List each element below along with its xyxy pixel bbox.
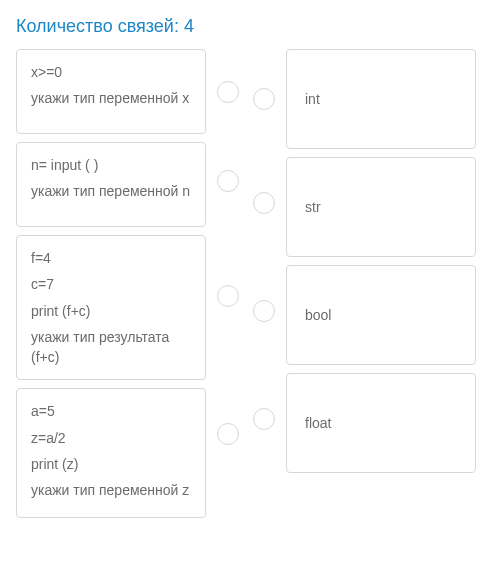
left-card-2[interactable]: n= input ( ) укажи тип переменной n: [16, 142, 206, 227]
card-line: z=a/2: [31, 428, 191, 448]
right-connectors: [250, 49, 278, 518]
left-card-1[interactable]: x>=0 укажи тип переменной x: [16, 49, 206, 134]
connector-left-1[interactable]: [217, 81, 239, 103]
connector-left-4[interactable]: [217, 423, 239, 445]
card-line: укажи тип переменной z: [31, 480, 191, 500]
card-label: int: [305, 89, 320, 109]
connector-left-3[interactable]: [217, 285, 239, 307]
left-card-3[interactable]: f=4 c=7 print (f+c) укажи тип результата…: [16, 235, 206, 380]
connector-left-2[interactable]: [217, 170, 239, 192]
connector-right-4[interactable]: [253, 408, 275, 430]
right-card-4[interactable]: float: [286, 373, 476, 473]
card-label: str: [305, 197, 321, 217]
card-label: float: [305, 413, 331, 433]
card-label: bool: [305, 305, 331, 325]
card-line: f=4: [31, 248, 191, 268]
right-card-2[interactable]: str: [286, 157, 476, 257]
connector-right-1[interactable]: [253, 88, 275, 110]
left-card-4[interactable]: a=5 z=a/2 print (z) укажи тип переменной…: [16, 388, 206, 518]
left-connectors: [214, 49, 242, 518]
card-line: a=5: [31, 401, 191, 421]
card-line: укажи тип переменной x: [31, 88, 191, 108]
right-column: int str bool float: [286, 49, 476, 518]
left-column: x>=0 укажи тип переменной x n= input ( )…: [16, 49, 206, 518]
card-line: c=7: [31, 274, 191, 294]
right-card-1[interactable]: int: [286, 49, 476, 149]
right-card-3[interactable]: bool: [286, 265, 476, 365]
connector-right-2[interactable]: [253, 192, 275, 214]
card-line: укажи тип результата (f+c): [31, 327, 191, 368]
card-line: укажи тип переменной n: [31, 181, 191, 201]
card-line: print (z): [31, 454, 191, 474]
connector-right-3[interactable]: [253, 300, 275, 322]
connections-title: Количество связей: 4: [16, 16, 484, 37]
card-line: x>=0: [31, 62, 191, 82]
card-line: print (f+c): [31, 301, 191, 321]
card-line: n= input ( ): [31, 155, 191, 175]
matching-area: x>=0 укажи тип переменной x n= input ( )…: [16, 49, 484, 518]
